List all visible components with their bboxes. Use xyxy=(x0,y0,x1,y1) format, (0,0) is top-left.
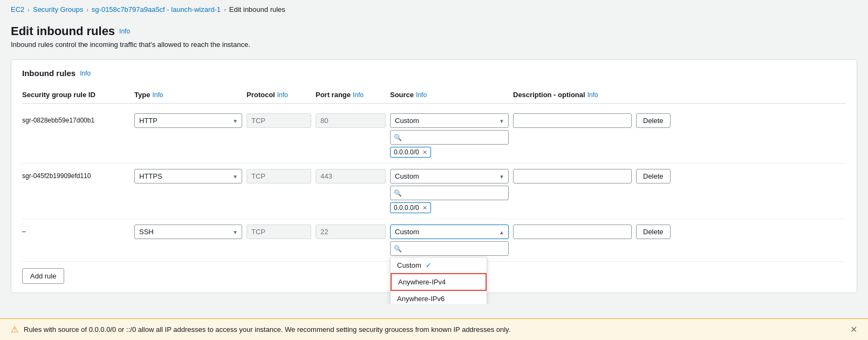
delete-wrapper-1: Delete xyxy=(636,169,679,183)
description-input-2[interactable] xyxy=(513,225,632,239)
description-input-0[interactable] xyxy=(513,113,632,128)
search-icon-0: 🔍 xyxy=(394,134,402,141)
table-row: sgr-045f2b19909efd110 HTTP HTTPS SSH Cus… xyxy=(22,164,846,219)
dropdown-option-anywhere-ipv6[interactable]: Anywhere-IPv6 xyxy=(391,291,487,304)
main-card: Inbound rules Info Security group rule I… xyxy=(11,59,857,293)
col-header-source: Source Info xyxy=(390,91,509,99)
protocol-field-2: TCP xyxy=(247,225,311,239)
source-select-2[interactable]: Custom Anywhere-IPv4 Anywhere-IPv6 My IP xyxy=(390,225,509,239)
source-dropdown-overlay: Custom ✓ Anywhere-IPv4 Anywhere-IPv6 My … xyxy=(390,257,487,304)
delete-wrapper-0: Delete xyxy=(636,113,679,128)
source-search-area-1: 🔍 0.0.0.0/0 ✕ xyxy=(390,186,509,213)
breadcrumb-sg-id[interactable]: sg-0158c7b797a9aa5cf - launch-wizard-1 xyxy=(92,5,221,13)
type-select-wrapper-2: HTTP HTTPS SSH Custom TCP All traffic ▼ xyxy=(134,225,242,239)
col-header-rule-id: Security group rule ID xyxy=(22,91,130,99)
col-header-protocol: Protocol Info xyxy=(247,91,311,99)
description-info-link[interactable]: Info xyxy=(587,91,598,99)
add-rule-button[interactable]: Add rule xyxy=(22,268,64,284)
port-info-link[interactable]: Info xyxy=(353,91,364,99)
rule-id-1: sgr-045f2b19909efd110 xyxy=(22,169,130,180)
page-title: Edit inbound rules Info xyxy=(11,24,857,38)
table-row: – HTTP HTTPS SSH Custom TCP All traffic … xyxy=(22,219,846,262)
table-row: sgr-0828ebb59e17d00b1 HTTP HTTPS SSH Cus… xyxy=(22,108,846,164)
cidr-tag-1: 0.0.0.0/0 ✕ xyxy=(390,202,431,213)
protocol-readonly-0: TCP xyxy=(247,113,311,128)
cidr-tag-close-0[interactable]: ✕ xyxy=(422,149,427,156)
source-select-0[interactable]: Custom Anywhere-IPv4 Anywhere-IPv6 My IP xyxy=(390,113,509,128)
page-title-info-link[interactable]: Info xyxy=(119,28,130,35)
protocol-readonly-2: TCP xyxy=(247,225,311,239)
type-select-wrapper-0: HTTP HTTPS SSH Custom TCP All traffic ▼ xyxy=(134,113,242,128)
port-readonly-0: 80 xyxy=(316,113,386,128)
page-subtitle: Inbound rules control the incoming traff… xyxy=(11,40,857,49)
delete-button-0[interactable]: Delete xyxy=(636,113,671,128)
breadcrumb-security-groups[interactable]: Security Groups xyxy=(33,5,83,13)
delete-button-2[interactable]: Delete xyxy=(636,225,671,239)
description-wrapper-0 xyxy=(513,113,632,128)
description-input-1[interactable] xyxy=(513,169,632,183)
source-wrapper-1: Custom Anywhere-IPv4 Anywhere-IPv6 My IP… xyxy=(390,169,509,213)
source-search-input-1[interactable] xyxy=(390,186,509,200)
type-select-wrapper-1: HTTP HTTPS SSH Custom TCP All traffic ▼ xyxy=(134,169,242,183)
source-select-1[interactable]: Custom Anywhere-IPv4 Anywhere-IPv6 My IP xyxy=(390,169,509,183)
source-wrapper-0: Custom Anywhere-IPv4 Anywhere-IPv6 My IP… xyxy=(390,113,509,158)
table-header-row: Security group rule ID Type Info Protoco… xyxy=(22,86,846,104)
dropdown-option-custom[interactable]: Custom ✓ xyxy=(391,257,487,273)
cidr-tag-0: 0.0.0.0/0 ✕ xyxy=(390,147,431,158)
search-icon-1: 🔍 xyxy=(394,189,402,197)
breadcrumb-ec2[interactable]: EC2 xyxy=(11,5,24,13)
rule-id-2: – xyxy=(22,225,130,235)
page-header: Edit inbound rules Info Inbound rules co… xyxy=(0,19,868,59)
section-header: Inbound rules Info xyxy=(22,69,846,78)
dropdown-option-anywhere-ipv4[interactable]: Anywhere-IPv4 xyxy=(391,273,487,291)
port-field-0: 80 xyxy=(316,113,386,128)
delete-button-1[interactable]: Delete xyxy=(636,169,671,183)
protocol-field-0: TCP xyxy=(247,113,311,128)
description-wrapper-2 xyxy=(513,225,632,239)
protocol-field-1: TCP xyxy=(247,169,311,183)
protocol-readonly-1: TCP xyxy=(247,169,311,183)
section-info-link[interactable]: Info xyxy=(80,70,91,77)
type-select-0[interactable]: HTTP HTTPS SSH Custom TCP All traffic xyxy=(134,113,242,128)
type-info-link[interactable]: Info xyxy=(152,91,163,99)
description-wrapper-1 xyxy=(513,169,632,183)
port-field-1: 443 xyxy=(316,169,386,183)
source-wrapper-2: Custom Anywhere-IPv4 Anywhere-IPv6 My IP… xyxy=(390,225,509,256)
source-search-input-0[interactable] xyxy=(390,130,509,145)
rule-id-0: sgr-0828ebb59e17d00b1 xyxy=(22,113,130,124)
search-icon-2: 🔍 xyxy=(394,245,402,253)
port-field-2: 22 xyxy=(316,225,386,239)
breadcrumb: EC2 › Security Groups › sg-0158c7b797a9a… xyxy=(0,0,868,19)
check-mark-custom: ✓ xyxy=(426,261,432,269)
breadcrumb-current: Edit inbound rules xyxy=(229,5,285,13)
source-search-area-2: 🔍 xyxy=(390,241,509,256)
type-select-1[interactable]: HTTP HTTPS SSH Custom TCP All traffic xyxy=(134,169,242,183)
col-header-type: Type Info xyxy=(134,91,242,99)
col-header-port-range: Port range Info xyxy=(316,91,386,99)
delete-wrapper-2: Delete xyxy=(636,225,679,239)
type-select-2[interactable]: HTTP HTTPS SSH Custom TCP All traffic xyxy=(134,225,242,239)
source-search-area-0: 🔍 0.0.0.0/0 ✕ xyxy=(390,130,509,158)
port-readonly-2: 22 xyxy=(316,225,386,239)
source-info-link[interactable]: Info xyxy=(416,91,427,99)
protocol-info-link[interactable]: Info xyxy=(277,91,288,99)
col-header-description: Description - optional Info xyxy=(513,91,632,99)
source-search-input-2[interactable] xyxy=(390,241,509,256)
cidr-tag-close-1[interactable]: ✕ xyxy=(422,205,427,212)
port-readonly-1: 443 xyxy=(316,169,386,183)
